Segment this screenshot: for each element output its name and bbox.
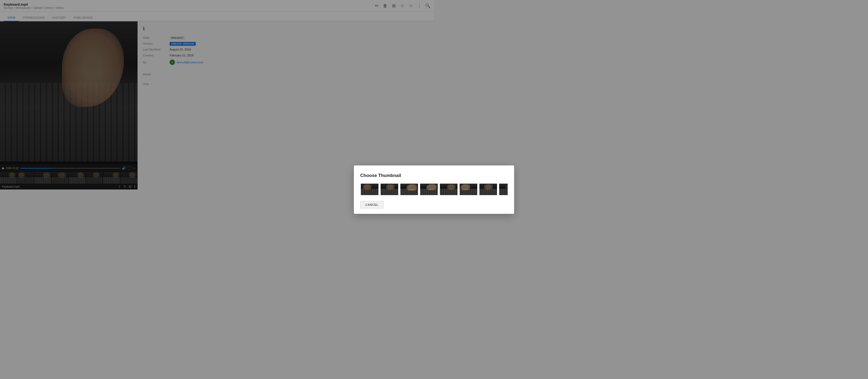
modal-title: Choose Thumbnail [360, 173, 434, 178]
thumbnail-1[interactable] [360, 183, 379, 190]
thumbnail-3[interactable] [400, 183, 418, 190]
modal-overlay[interactable]: Choose Thumbnail [0, 0, 434, 190]
thumbnail-4[interactable] [420, 183, 434, 190]
choose-thumbnail-modal: Choose Thumbnail [354, 166, 434, 190]
thumbnail-2[interactable] [380, 183, 399, 190]
thumbnail-strip [360, 183, 434, 190]
